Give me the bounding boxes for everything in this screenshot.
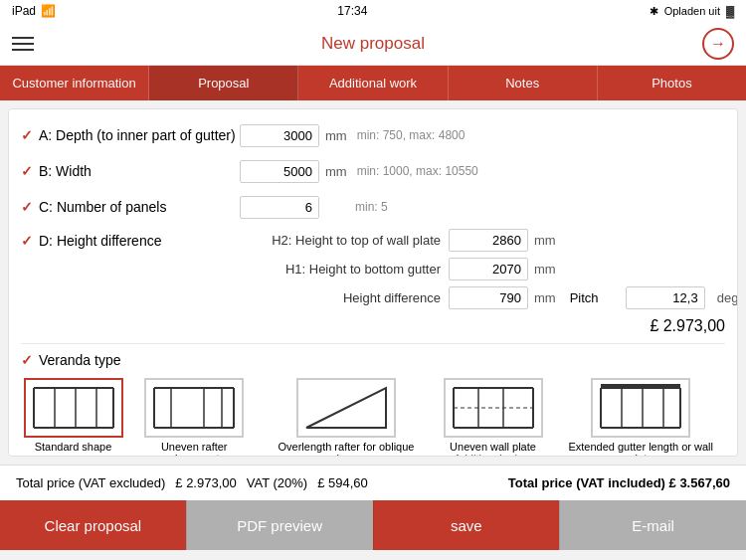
h1-label: H1: Height to bottom gutter xyxy=(240,262,449,277)
constraint-panels: min: 5 xyxy=(355,200,388,214)
time-display: 17:34 xyxy=(337,4,367,18)
clear-proposal-button[interactable]: Clear proposal xyxy=(0,500,186,550)
veranda-img-uneven-rafter[interactable] xyxy=(144,378,244,438)
action-buttons: Clear proposal PDF preview save E-mail xyxy=(0,500,746,550)
status-right: ✱ Opladen uit ▓ xyxy=(650,5,734,18)
diff-row: Height difference mm Pitch degrees xyxy=(240,286,738,309)
field-depth-row: ✓ A: Depth (to inner part of gutter) mm … xyxy=(21,121,725,149)
diff-label: Height difference xyxy=(240,290,449,305)
constraint-depth: min: 750, max: 4800 xyxy=(357,128,466,142)
h2-row: H2: Height to top of wall plate mm xyxy=(240,229,738,252)
label-width: B: Width xyxy=(39,163,92,179)
veranda-option-standard[interactable]: Standard shape xyxy=(21,378,125,457)
unit-h2: mm xyxy=(534,233,556,248)
check-veranda: ✓ xyxy=(21,352,33,368)
veranda-option-uneven-rafter[interactable]: Uneven rafter placement Additional price… xyxy=(135,378,253,457)
input-diff[interactable] xyxy=(449,286,528,309)
field-height-diff-label: ✓ D: Height difference xyxy=(21,229,240,249)
pdf-preview-button[interactable]: PDF preview xyxy=(186,500,373,550)
pitch-row: Pitch degrees xyxy=(570,286,738,309)
label-depth: A: Depth (to inner part of gutter) xyxy=(39,127,236,143)
input-h1[interactable] xyxy=(449,258,528,280)
next-button[interactable]: → xyxy=(702,28,734,60)
check-width: ✓ xyxy=(21,163,33,179)
label-vat: VAT (20%) xyxy=(247,475,307,490)
veranda-name-uneven-rafter: Uneven rafter placement xyxy=(135,441,253,457)
veranda-option-overlength[interactable]: Overlength rafter for oblique shape Addi… xyxy=(263,378,429,457)
page-title: New proposal xyxy=(321,34,425,54)
main-content: ✓ A: Depth (to inner part of gutter) mm … xyxy=(8,108,738,457)
field-height-diff-row: ✓ D: Height difference H2: Height to top… xyxy=(21,229,725,309)
input-depth[interactable] xyxy=(240,124,319,147)
unit-h1: mm xyxy=(534,262,556,277)
status-bar: iPad 📶 17:34 ✱ Opladen uit ▓ xyxy=(0,0,746,22)
tab-proposal[interactable]: Proposal xyxy=(149,66,298,100)
pitch-unit: degrees xyxy=(717,290,738,305)
label-panels: C: Number of panels xyxy=(39,199,166,215)
veranda-name-extended-gutter: Extended gutter length or wall plate xyxy=(556,441,725,457)
veranda-option-uneven-wall[interactable]: Uneven wall plate Additional price: +10% xyxy=(440,378,547,457)
field-panels-label: ✓ C: Number of panels xyxy=(21,199,240,215)
field-width-label: ✓ B: Width xyxy=(21,163,240,179)
veranda-img-extended-gutter[interactable] xyxy=(591,378,690,438)
veranda-img-overlength[interactable] xyxy=(296,378,396,438)
wifi-icon: 📶 xyxy=(41,4,56,18)
veranda-name-overlength: Overlength rafter for oblique shape xyxy=(263,441,429,457)
veranda-img-standard[interactable] xyxy=(24,378,123,438)
input-pitch[interactable] xyxy=(626,286,705,309)
check-height: ✓ xyxy=(21,233,33,249)
veranda-options: Standard shape Uneven rafter placement A… xyxy=(21,378,725,457)
veranda-type-section: ✓ Veranda type xyxy=(21,352,725,368)
tab-customer-information[interactable]: Customer information xyxy=(0,66,149,100)
ipad-label: iPad xyxy=(12,4,36,18)
label-height: D: Height difference xyxy=(39,233,161,249)
value-vat: £ 594,60 xyxy=(317,475,368,490)
bluetooth-icon: ✱ xyxy=(650,5,658,18)
veranda-name-standard: Standard shape xyxy=(35,441,112,453)
totals-bar: Total price (VAT excluded) £ 2.973,00 VA… xyxy=(0,465,746,500)
veranda-price-uneven-wall: Additional price: +10% xyxy=(440,453,547,457)
battery-icon: ▓ xyxy=(726,5,734,17)
constraint-width: min: 1000, max: 10550 xyxy=(357,164,478,178)
label-veranda: Veranda type xyxy=(39,352,121,368)
subtotal-price: £ 2.973,00 xyxy=(21,317,725,335)
hamburger-button[interactable] xyxy=(12,37,34,51)
unit-depth: mm xyxy=(325,128,347,143)
label-ex-vat: Total price (VAT excluded) xyxy=(16,475,165,490)
veranda-option-extended-gutter[interactable]: Extended gutter length or wall plate Add… xyxy=(556,378,725,457)
input-width[interactable] xyxy=(240,160,319,183)
veranda-name-uneven-wall: Uneven wall plate xyxy=(450,441,536,453)
email-button[interactable]: E-mail xyxy=(559,500,746,550)
h2-label: H2: Height to top of wall plate xyxy=(240,233,449,248)
input-panels[interactable] xyxy=(240,196,319,219)
header: New proposal → xyxy=(0,22,746,66)
veranda-img-uneven-wall[interactable] xyxy=(444,378,543,438)
unit-width: mm xyxy=(325,164,347,179)
charging-label: Opladen uit xyxy=(664,5,720,17)
height-sub-rows: H2: Height to top of wall plate mm H1: H… xyxy=(240,229,738,309)
check-depth: ✓ xyxy=(21,127,33,143)
value-ex-vat: £ 2.973,00 xyxy=(175,475,236,490)
unit-diff: mm xyxy=(534,290,556,305)
nav-tabs: Customer information Proposal Additional… xyxy=(0,66,746,100)
field-depth-label: ✓ A: Depth (to inner part of gutter) xyxy=(21,127,240,143)
field-panels-row: ✓ C: Number of panels min: 5 xyxy=(21,193,725,221)
svg-marker-14 xyxy=(306,388,386,428)
save-button[interactable]: save xyxy=(373,500,560,550)
input-h2[interactable] xyxy=(449,229,528,252)
tab-additional-work[interactable]: Additional work xyxy=(298,66,448,100)
check-panels: ✓ xyxy=(21,199,33,215)
pitch-label: Pitch xyxy=(570,290,620,305)
status-left: iPad 📶 xyxy=(12,4,56,18)
tab-photos[interactable]: Photos xyxy=(598,66,746,100)
field-width-row: ✓ B: Width mm min: 1000, max: 10550 xyxy=(21,157,725,185)
h1-row: H1: Height to bottom gutter mm xyxy=(240,258,738,280)
tab-notes[interactable]: Notes xyxy=(449,66,598,100)
label-inc-vat: Total price (VAT included) £ 3.567,60 xyxy=(508,475,730,490)
